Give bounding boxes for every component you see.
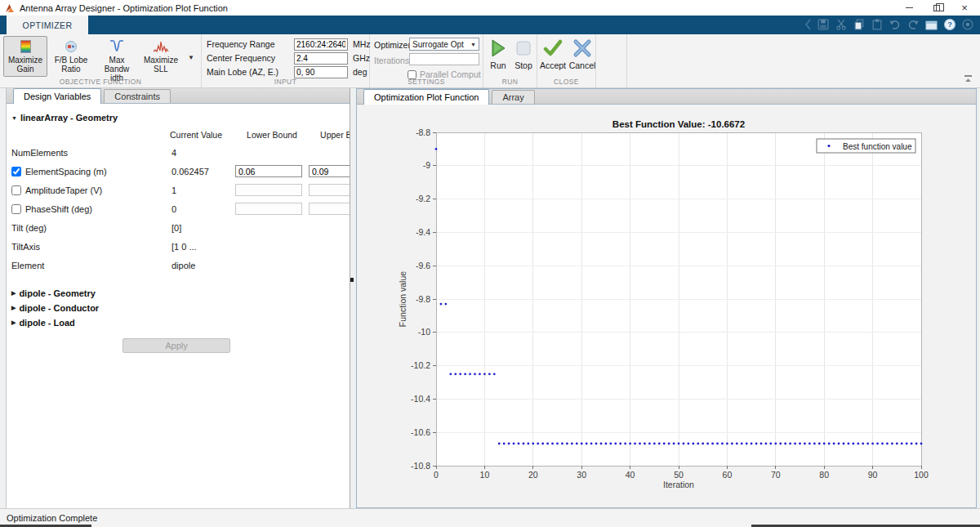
svg-text:-10.8: -10.8 [411,461,430,471]
svg-text:-10: -10 [418,327,430,337]
maximize-sll-button[interactable]: MaximizeSLL [139,36,183,77]
window-controls: × [895,0,978,16]
section-settings: Optimizer Surrogate Opt ▼ Iterations Par… [370,34,483,87]
main-lobe-input[interactable] [294,66,348,78]
dropdown-arrow-icon: ▼ [470,42,476,47]
section-objective-function: MaximizeGain F/B LobeRatio [0,34,202,87]
column-headers: Current Value Lower Bound Upper Bound [7,127,350,143]
accept-button[interactable]: Accept [539,38,567,70]
amplitudetaper-upper-input [309,184,350,196]
window-title: Antenna Array Designer - Optimization Pl… [20,3,228,13]
save-icon[interactable] [817,19,829,30]
table-row-tiltaxis: TiltAxis [1 0 ... [7,237,350,256]
center-frequency-label: Center Frequency [207,53,288,63]
elementspacing-upper-input[interactable] [309,165,350,177]
undo-icon [889,19,901,30]
optimizer-dropdown[interactable]: Surrogate Opt ▼ [409,38,479,51]
close-button[interactable]: × [951,0,978,16]
section-close: Accept Cancel CLOSE [537,34,596,87]
max-bandwidth-button[interactable]: Max Bandwidth [95,36,139,77]
frequency-range-input[interactable] [294,38,348,51]
panel-divider[interactable] [350,88,356,508]
col-current-value: Current Value [157,130,235,140]
title-bar: Antenna Array Designer - Optimization Pl… [0,0,980,16]
app-window: Antenna Array Designer - Optimization Pl… [0,0,980,527]
maximize-sll-icon [151,39,171,54]
table-row-tilt: Tilt (deg) [0] [7,218,350,237]
right-gutter [977,88,980,508]
svg-text:90: 90 [868,470,878,480]
phaseshift-upper-input [309,203,350,215]
amplitudetaper-checkbox[interactable] [11,185,21,195]
figure-area: 0102030405060708090100-8.8-9-9.2-9.4-9.6… [357,105,976,508]
table-row-numelements: NumElements 4 [7,143,350,162]
ribbon: MaximizeGain F/B LobeRatio [0,34,980,88]
svg-text:-9.2: -9.2 [416,194,430,203]
group-lineararray-geometry[interactable]: ▼ linearArray - Geometry [7,110,350,125]
status-text: Optimization Complete [7,513,97,523]
run-button[interactable]: Run [486,38,510,70]
svg-text:50: 50 [674,470,684,480]
right-panel-tabbar: Optimization Plot Function Array [357,89,976,105]
group-dipole-conductor[interactable]: ▶ dipole - Conductor [7,301,350,315]
max-bandwidth-icon [107,39,127,54]
restore-button[interactable] [923,0,951,16]
section-label-run: RUN [483,78,537,86]
expand-triangle-icon: ▶ [11,305,16,311]
svg-text:-10.4: -10.4 [411,394,430,404]
toolstrip-tab-band: OPTIMIZER [0,16,980,34]
svg-text:Iteration: Iteration [663,480,694,489]
cancel-button[interactable]: Cancel [568,38,596,70]
switch-window-icon[interactable] [925,19,938,30]
optimization-plot[interactable]: 0102030405060708090100-8.8-9-9.2-9.4-9.6… [357,105,976,507]
col-upper-bound: Upper Bound [309,130,350,140]
tab-optimizer[interactable]: OPTIMIZER [7,16,88,34]
phaseshift-lower-input [235,203,302,215]
expand-triangle-icon: ▶ [11,290,16,297]
svg-text:-9.4: -9.4 [416,227,430,237]
design-variables-panel: Design Variables Constraints ▼ linearArr… [7,88,350,508]
stop-button: Stop [511,38,536,70]
elementspacing-checkbox[interactable] [11,167,21,176]
group-dipole-load[interactable]: ▶ dipole - Load [7,315,350,330]
tab-array[interactable]: Array [492,90,534,104]
paste-icon [871,19,883,30]
run-icon [489,38,507,58]
minimize-button[interactable] [895,0,923,16]
resources-icon[interactable] [962,19,973,30]
table-row-elementspacing: ElementSpacing (m) 0.062457 [7,162,350,181]
svg-text:60: 60 [723,470,733,480]
table-row-phaseshift: PhaseShift (deg) 0 [7,199,350,218]
svg-text:30: 30 [577,470,586,480]
main-lobe-unit: deg [353,67,368,77]
optimizer-label: Optimizer [374,40,411,50]
left-panel-tabbar: Design Variables Constraints [7,88,350,104]
divider-handle-icon [350,278,354,282]
maximize-gain-button[interactable]: MaximizeGain [3,36,47,77]
section-label-settings: SETTINGS [370,78,483,86]
tab-design-variables[interactable]: Design Variables [13,88,101,104]
fb-lobe-ratio-button[interactable]: F/B LobeRatio [49,36,93,77]
tab-constraints[interactable]: Constraints [104,89,171,103]
group-dipole-geometry[interactable]: ▶ dipole - Geometry [7,286,350,301]
center-frequency-input[interactable] [294,52,348,65]
elementspacing-lower-input[interactable] [235,165,302,177]
help-icon[interactable]: ? [944,19,956,30]
optimizer-value: Surrogate Opt [412,40,464,49]
svg-text:-9.6: -9.6 [416,261,430,270]
accept-icon [543,38,563,58]
svg-text:10: 10 [480,470,490,480]
tab-optimization-plot[interactable]: Optimization Plot Function [363,89,489,105]
iterations-input [409,53,479,65]
collapse-ribbon-icon[interactable] [963,74,973,83]
phaseshift-checkbox[interactable] [11,204,21,214]
redo-icon [907,19,919,30]
frequency-range-label: Frequency Range [207,39,288,49]
svg-text:20: 20 [528,470,538,480]
objective-overflow-arrow[interactable]: ▼ [188,54,194,61]
table-row-amplitudetaper: AmplitudeTaper (V) 1 [7,181,350,199]
svg-text:40: 40 [626,470,635,480]
svg-text:Best function value: Best function value [843,142,912,151]
section-label-input: INPUT [202,78,369,86]
maximize-gain-icon [16,39,35,54]
